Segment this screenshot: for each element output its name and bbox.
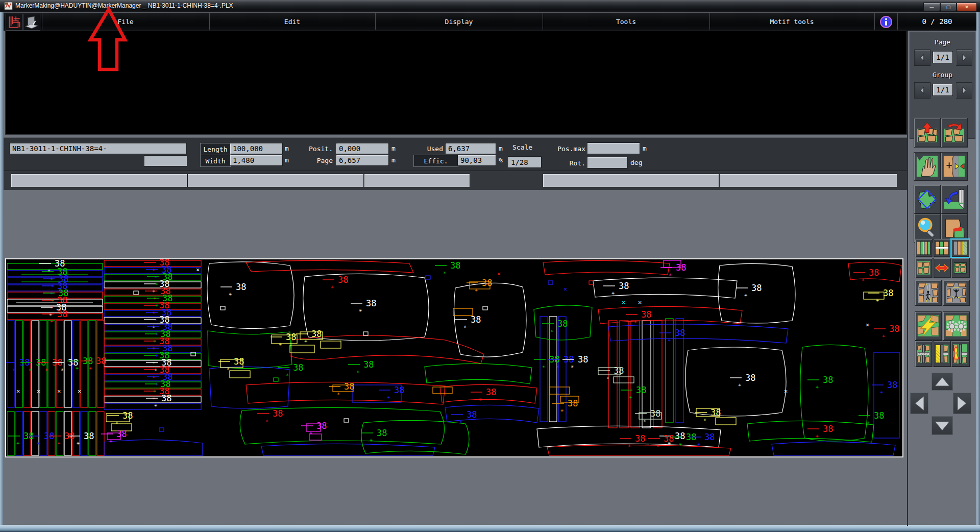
- marker-pattern-button[interactable]: [6, 14, 23, 31]
- svg-text:✳: ✳: [697, 441, 700, 447]
- svg-text:38: 38: [751, 283, 762, 293]
- nav-right-button[interactable]: [953, 393, 971, 414]
- menu-edit[interactable]: Edit: [209, 12, 375, 31]
- minimize-button[interactable]: —: [923, 3, 940, 12]
- status-bar-segment: [543, 174, 719, 187]
- page-length-field[interactable]: [336, 155, 389, 166]
- width-field[interactable]: [230, 155, 283, 166]
- svg-text:38: 38: [887, 380, 897, 390]
- group-field[interactable]: [933, 84, 953, 96]
- tool-auto-lightning-button[interactable]: [915, 311, 942, 341]
- tool-move-hand-button[interactable]: [914, 152, 941, 181]
- arrow-right-icon: [956, 395, 968, 412]
- svg-text:✳: ✳: [571, 364, 574, 369]
- used-field[interactable]: [445, 143, 496, 154]
- marker-canvas[interactable]: 38✳38✳38✳38✳38✳38✳38✳38✳38✳38✳38✳38✳38✳3…: [5, 258, 903, 457]
- schematic-view[interactable]: [5, 31, 907, 135]
- rotation-label: Rot.: [554, 157, 585, 168]
- maximize-button[interactable]: ▢: [940, 3, 957, 12]
- tool-position-piece-button[interactable]: [941, 152, 968, 181]
- tool-column-alert-button[interactable]: [951, 341, 970, 367]
- efficiency-field[interactable]: [457, 155, 496, 166]
- page-label: Page: [910, 38, 975, 46]
- marker-name-field[interactable]: [9, 143, 187, 154]
- svg-text:✳: ✳: [29, 367, 32, 372]
- svg-text:38: 38: [450, 260, 460, 271]
- marker-aux-field[interactable]: [144, 155, 187, 166]
- svg-text:✳: ✳: [279, 341, 282, 347]
- svg-text:✕: ✕: [196, 266, 200, 273]
- menu-tools[interactable]: Tools: [543, 12, 709, 31]
- marker-canvas-svg[interactable]: 38✳38✳38✳38✳38✳38✳38✳38✳38✳38✳38✳38✳38✳3…: [6, 259, 902, 456]
- tool-marker-view-1-button[interactable]: [915, 239, 933, 257]
- svg-text:38: 38: [363, 359, 374, 370]
- tool-marker-view-3-button[interactable]: [951, 239, 970, 257]
- svg-text:✳: ✳: [634, 319, 637, 324]
- nav-up-button[interactable]: [932, 373, 953, 391]
- menu-file[interactable]: File: [42, 12, 209, 31]
- page-prev-button[interactable]: [914, 50, 930, 66]
- tool-small-pieces-button[interactable]: [951, 258, 970, 278]
- info-button[interactable]: [874, 13, 897, 30]
- svg-text:✳: ✳: [115, 420, 118, 425]
- tool-pieces-board-button[interactable]: [915, 258, 933, 278]
- gears-icon: [945, 313, 968, 338]
- efficiency-unit: %: [499, 156, 503, 164]
- tool-auto-gears-button[interactable]: [943, 311, 970, 341]
- nav-down-button[interactable]: [932, 416, 953, 435]
- svg-text:38: 38: [869, 268, 879, 278]
- svg-text:✳: ✳: [703, 417, 706, 422]
- tool-column-shift-button[interactable]: [915, 341, 933, 367]
- page-next-button[interactable]: [956, 50, 972, 66]
- tool-patch-piece-button[interactable]: [941, 213, 968, 243]
- chevron-left-icon: [918, 53, 927, 62]
- rotation-unit: deg: [630, 159, 642, 166]
- svg-text:✳: ✳: [475, 287, 478, 293]
- marker-view-1-icon: [916, 240, 931, 256]
- pos-max-unit: m: [643, 144, 647, 152]
- tool-zoom-button[interactable]: [914, 213, 941, 243]
- group-next-button[interactable]: [956, 82, 972, 99]
- group-prev-button[interactable]: [914, 82, 930, 99]
- svg-text:✳: ✳: [265, 418, 268, 423]
- window-title: MarkerMaking@HADUYTIN@MarkerManager _ NB…: [15, 2, 233, 9]
- title-bar: MarkerMaking@HADUYTIN@MarkerManager _ NB…: [0, 0, 980, 12]
- page-field[interactable]: [933, 51, 953, 63]
- svg-text:38: 38: [619, 281, 629, 291]
- plotter-icon: [23, 14, 40, 31]
- scale-field[interactable]: [508, 156, 542, 168]
- tool-return-piece-button[interactable]: [941, 118, 968, 148]
- menu-display[interactable]: Display: [375, 12, 543, 31]
- nav-left-button[interactable]: [910, 393, 928, 414]
- close-button[interactable]: ✕: [957, 3, 977, 12]
- tool-restore-pieces-button[interactable]: [914, 118, 941, 148]
- rotation-field[interactable]: [587, 157, 628, 168]
- arrow-up-icon: [934, 376, 951, 388]
- tool-select-area-button[interactable]: [914, 185, 941, 214]
- length-field[interactable]: [230, 143, 283, 154]
- tool-swap-direction-button[interactable]: [933, 258, 951, 278]
- svg-text:38: 38: [568, 398, 578, 408]
- svg-text:✕: ✕: [16, 388, 20, 395]
- tool-marker-view-2-button[interactable]: [933, 239, 951, 257]
- svg-text:38: 38: [394, 385, 404, 395]
- compact-lift-icon: [945, 282, 968, 304]
- tool-column-hatch-button[interactable]: [933, 341, 951, 367]
- svg-text:✳: ✳: [542, 364, 545, 369]
- tool-compact-lift-button[interactable]: [943, 280, 970, 306]
- tool-unroll-fabric-button[interactable]: [941, 185, 968, 214]
- menu-tools-label: Tools: [616, 18, 636, 26]
- position-field[interactable]: [336, 143, 389, 154]
- position-piece-icon: [943, 154, 966, 179]
- pieces-board-icon: [916, 259, 931, 276]
- svg-text:38: 38: [273, 408, 283, 419]
- svg-text:38: 38: [745, 373, 755, 383]
- maximize-icon: ▢: [946, 5, 951, 10]
- menu-motif-tools[interactable]: Motif tools: [709, 12, 874, 31]
- svg-text:38: 38: [286, 332, 296, 342]
- lightning-icon: [917, 313, 940, 338]
- plotter-button[interactable]: [23, 14, 40, 31]
- pos-max-field[interactable]: [587, 142, 640, 154]
- tool-compact-push-button[interactable]: [915, 280, 942, 306]
- arrow-down-icon: [934, 420, 951, 432]
